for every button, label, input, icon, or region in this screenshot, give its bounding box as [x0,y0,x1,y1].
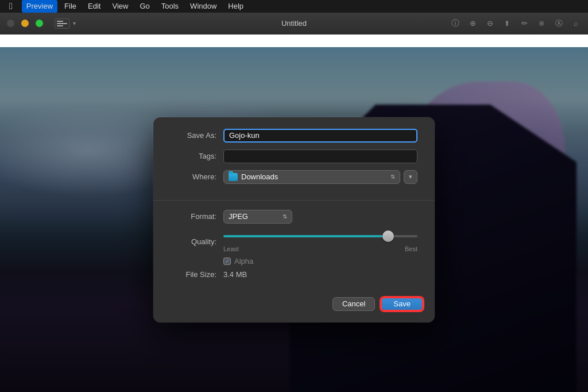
slider-labels: Least Best [223,245,417,252]
filesize-value: 3.4 MB [223,270,247,279]
tags-label: Tags: [171,152,216,160]
save-dialog: Save As: Tags: Where: [153,117,435,322]
format-label: Format: [171,212,216,221]
quality-row: Quality: Least Best [171,232,417,252]
dialog-lower-section: Format: JPEG ⇅ Quality: [153,201,435,293]
quality-slider-container: Least Best [223,232,417,252]
folder-icon [229,173,238,181]
expand-button[interactable]: ▾ [404,170,417,184]
cancel-button[interactable]: Cancel [332,297,375,311]
slider-wrapper [223,232,417,243]
menu-view[interactable]: View [107,0,133,13]
markup-icon[interactable]: Ⓐ [554,18,564,29]
format-select[interactable]: JPEG ⇅ [223,210,292,224]
menu-tools[interactable]: Tools [157,0,183,13]
filesize-row: File Size: 3.4 MB [171,270,417,279]
zoom-in-icon[interactable]: ⊕ [467,18,478,29]
zoom-out-icon[interactable]: ⊖ [485,18,495,29]
edit-icon[interactable]: ✏ [519,18,529,29]
menu-preview[interactable]: Preview [22,0,57,13]
app-window: ▾ Untitled ⓘ ⊕ ⊖ ⬆ ✏ ⊞ Ⓐ ⌕ [0,13,588,392]
app-titlebar: ▾ Untitled ⓘ ⊕ ⊖ ⬆ ✏ ⊞ Ⓐ ⌕ [0,13,588,34]
expand-icon: ▾ [409,173,412,180]
alpha-row: ✓ Alpha [223,257,417,266]
where-row: Where: Downloads ⇅ ▾ [171,170,417,184]
where-chevron-icon: ⇅ [390,174,395,180]
quality-max-label: Best [405,245,417,252]
save-as-label: Save As: [171,131,216,140]
where-value: Downloads [241,172,278,181]
minimize-button[interactable] [21,20,29,27]
sidebar-right-icon[interactable]: ⊞ [536,18,547,29]
menubar:  Preview File Edit View Go Tools Window… [0,0,588,13]
format-chevron-icon: ⇅ [283,213,287,220]
alpha-checkbox[interactable]: ✓ [223,258,231,265]
format-row: Format: JPEG ⇅ [171,210,417,224]
sidebar-toggle-chevron: ▾ [73,20,76,26]
quality-min-label: Least [223,245,239,252]
dialog-top-section: Save As: Tags: Where: [153,117,435,200]
window-title: Untitled [281,19,307,28]
format-value: JPEG [229,212,248,221]
checkmark-icon: ✓ [225,258,230,264]
where-label: Where: [171,172,216,181]
save-as-row: Save As: [171,129,417,143]
tags-input[interactable] [223,149,417,163]
search-icon[interactable]: ⌕ [571,18,581,29]
menu-window[interactable]: Window [185,0,221,13]
quality-slider-track [223,235,417,237]
where-select[interactable]: Downloads ⇅ [223,170,400,184]
sidebar-toggle-icon[interactable] [55,18,69,29]
tags-row: Tags: [171,149,417,163]
where-select-inner: Downloads [229,172,278,181]
info-icon[interactable]: ⓘ [450,18,461,29]
alpha-label: Alpha [234,257,253,266]
menu-file[interactable]: File [60,0,81,13]
maximize-button[interactable] [36,20,43,27]
menu-edit[interactable]: Edit [83,0,105,13]
dialog-backdrop: Save As: Tags: Where: [0,47,588,392]
menu-help[interactable]: Help [223,0,248,13]
close-button[interactable] [7,20,14,27]
quality-slider-thumb[interactable] [382,230,394,242]
where-container: Downloads ⇅ ▾ [223,170,417,184]
save-button[interactable]: Save [381,297,423,311]
apple-menu[interactable]:  [5,0,17,13]
dialog-buttons: Cancel Save [153,293,435,313]
quality-label: Quality: [171,237,216,246]
app-content: Save As: Tags: Where: [0,47,588,392]
share-icon[interactable]: ⬆ [502,18,512,29]
menu-go[interactable]: Go [135,0,154,13]
save-as-input[interactable] [223,129,417,143]
filesize-label: File Size: [171,270,216,279]
